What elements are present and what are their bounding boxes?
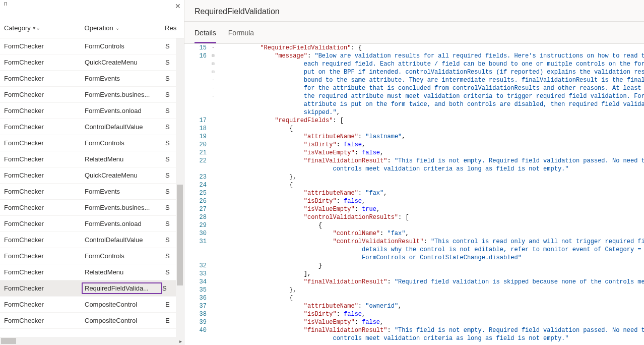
cell-result: S xyxy=(165,236,175,244)
cell-result: S xyxy=(165,107,175,114)
cell-category: FormChecker xyxy=(4,59,85,66)
cell-category: FormChecker xyxy=(4,204,85,211)
code-line: "finalValidationResult": "This field is … xyxy=(217,157,644,165)
code-line: "isValueEmpty": false, xyxy=(217,318,644,326)
code-line: controls meet validation criteria as lon… xyxy=(217,334,644,342)
code-line: "isDirty": false, xyxy=(217,141,644,149)
col-header-category[interactable]: Category ▾⌄ xyxy=(4,24,85,32)
cell-category: FormChecker xyxy=(4,188,85,195)
table-row[interactable]: FormCheckerQuickCreateMenuS xyxy=(0,167,184,184)
cell-result: S xyxy=(165,171,175,179)
cell-operation: FormEvents xyxy=(85,75,165,82)
cell-result: S xyxy=(165,268,175,276)
cell-result: S xyxy=(165,91,175,98)
code-line: FormControls or ControlStateChange.disab… xyxy=(217,254,644,262)
col-label-category: Category xyxy=(4,24,31,32)
code-line: { xyxy=(217,294,644,302)
cell-category: FormChecker xyxy=(4,317,85,324)
code-fold-column: -⊟⊟⊟--- xyxy=(210,44,217,345)
horizontal-scrollbar[interactable]: ▸ xyxy=(0,337,184,345)
grid-header: Category ▾⌄ Operation ⌄ Res xyxy=(0,17,184,38)
table-row[interactable]: FormCheckerControlDefaultValueS xyxy=(0,232,184,248)
grid-body: FormCheckerFormControlsSFormCheckerQuick… xyxy=(0,38,184,337)
cell-category: FormChecker xyxy=(4,220,85,227)
table-row[interactable]: FormCheckerFormEvents.busines...S xyxy=(0,87,184,103)
fold-toggle-icon[interactable]: ⊟ xyxy=(210,68,217,76)
fold-toggle-icon[interactable]: - xyxy=(210,76,217,84)
code-gutter: 1516171819202122232425262728293031323334… xyxy=(184,44,210,345)
code-line: "attributeName": "lastname", xyxy=(217,133,644,141)
details-title-bar: RequiredFieldValidation › xyxy=(184,0,644,22)
table-row[interactable]: FormCheckerQuickCreateMenuS xyxy=(0,54,184,71)
col-label-operation: Operation xyxy=(85,24,113,32)
cell-category: FormChecker xyxy=(4,268,85,276)
cell-result: S xyxy=(165,123,175,131)
tab-formula[interactable]: Formula xyxy=(228,22,254,43)
cell-result: S xyxy=(165,42,175,50)
cell-operation: FormEvents.onload xyxy=(85,107,165,114)
cell-operation: FormEvents.onload xyxy=(85,220,165,227)
col-header-operation[interactable]: Operation ⌄ xyxy=(85,24,165,32)
table-row[interactable]: FormCheckerFormEvents.busines...S xyxy=(0,200,184,216)
table-row[interactable]: FormCheckerFormEvents.onloadS xyxy=(0,103,184,119)
code-line: "isValueEmpty": true, xyxy=(217,205,644,213)
vertical-scrollbar-thumb[interactable] xyxy=(177,185,183,285)
fold-toggle-icon[interactable]: ⊟ xyxy=(210,60,217,68)
app-root: n ✕ Category ▾⌄ Operation ⌄ Res FormChec… xyxy=(0,0,644,345)
cell-category: FormChecker xyxy=(4,107,85,114)
table-row[interactable]: FormCheckerCompositeControlE xyxy=(0,313,184,329)
code-line: details why the control is not editable,… xyxy=(217,246,644,254)
code-line: put on the BPF if intended. controlValid… xyxy=(217,68,644,76)
col-label-result: Res xyxy=(165,24,176,32)
code-line: the required attribute must meet validat… xyxy=(217,92,644,100)
cell-result: S xyxy=(162,284,172,292)
table-row[interactable]: FormCheckerRelatedMenuS xyxy=(0,264,184,280)
cell-result: E xyxy=(165,317,175,324)
code-line: ], xyxy=(217,270,644,278)
cell-result: S xyxy=(165,188,175,195)
filter-icon[interactable]: ▾⌄ xyxy=(33,25,40,31)
table-row[interactable]: FormCheckerRelatedMenuS xyxy=(0,151,184,167)
vertical-scrollbar[interactable] xyxy=(176,38,184,337)
left-pane: n ✕ Category ▾⌄ Operation ⌄ Res FormChec… xyxy=(0,0,184,345)
code-line: } xyxy=(217,262,644,270)
table-row[interactable]: FormCheckerFormControlsS xyxy=(0,38,184,54)
col-header-result[interactable]: Res xyxy=(165,24,180,32)
code-line: "isValueEmpty": false, xyxy=(217,149,644,157)
cell-operation: RequiredFieldValida... xyxy=(82,282,162,294)
chevron-down-icon[interactable]: ⌄ xyxy=(115,25,119,31)
table-row[interactable]: FormCheckerRequiredFieldValida...S xyxy=(0,280,184,297)
code-line: "finalValidationResult": "Required field… xyxy=(217,278,644,286)
cell-operation: FormEvents.busines... xyxy=(85,204,165,211)
cell-category: FormChecker xyxy=(4,91,85,98)
cell-category: FormChecker xyxy=(4,123,85,131)
fold-toggle-icon[interactable]: - xyxy=(210,44,217,52)
cell-operation: CompositeControl xyxy=(85,301,165,308)
table-row[interactable]: FormCheckerControlDefaultValueS xyxy=(0,119,184,135)
table-row[interactable]: FormCheckerCompositeControlE xyxy=(0,297,184,313)
fold-toggle-icon[interactable]: ⊟ xyxy=(210,52,217,60)
code-line: }, xyxy=(217,173,644,181)
code-line: "controlName": "fax", xyxy=(217,229,644,238)
tab-details[interactable]: Details xyxy=(195,22,216,43)
fold-toggle-icon[interactable]: - xyxy=(210,84,217,92)
cell-result: S xyxy=(165,252,175,260)
code-line: { xyxy=(217,221,644,229)
close-icon[interactable]: ✕ xyxy=(175,2,181,10)
table-row[interactable]: FormCheckerFormEventsS xyxy=(0,71,184,87)
horizontal-scrollbar-thumb[interactable] xyxy=(1,338,16,344)
table-row[interactable]: FormCheckerFormControlsS xyxy=(0,135,184,151)
cell-result: S xyxy=(165,204,175,211)
code-viewer[interactable]: 1516171819202122232425262728293031323334… xyxy=(184,44,644,345)
cell-result: S xyxy=(165,59,175,66)
cell-operation: ControlDefaultValue xyxy=(85,236,165,244)
cell-category: FormChecker xyxy=(4,155,85,163)
table-row[interactable]: FormCheckerFormEvents.onloadS xyxy=(0,216,184,232)
cell-operation: FormEvents xyxy=(85,188,165,195)
table-row[interactable]: FormCheckerFormEventsS xyxy=(0,184,184,200)
scroll-right-arrow-icon[interactable]: ▸ xyxy=(179,338,182,344)
cell-result: S xyxy=(165,155,175,163)
code-line: attribute is put on the form twice, and … xyxy=(217,100,644,108)
fold-toggle-icon[interactable]: - xyxy=(210,92,217,100)
table-row[interactable]: FormCheckerFormControlsS xyxy=(0,248,184,264)
